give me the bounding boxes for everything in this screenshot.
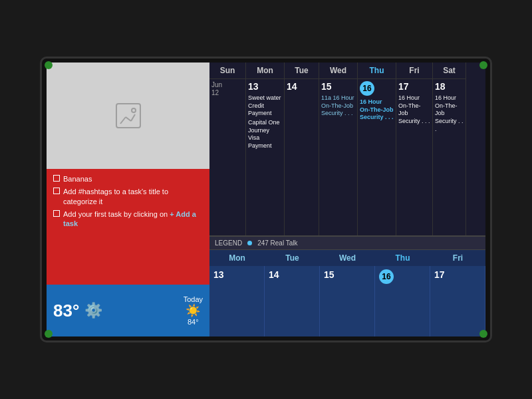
cal-event-fri: 16 Hour On-The-Job Security . . . [398, 94, 430, 126]
cal-cell-sat[interactable]: 18 16 Hour On-The-Job Security . . . [433, 78, 466, 235]
cal-cell-mon[interactable]: 13 Sweet water Credit Payment Capital On… [246, 78, 285, 235]
cal-header-tue: Tue [285, 63, 319, 78]
todo-checkbox-2[interactable] [53, 188, 60, 194]
image-placeholder [47, 63, 209, 169]
cal-cell-fri[interactable]: 17 16 Hour On-The-Job Security . . . [396, 78, 433, 235]
weather-right: Today ☀️ 84° [184, 295, 203, 326]
cal-cell-wed[interactable]: 15 11a 16 Hour On-The-Job Security . . . [319, 78, 358, 235]
sun-icon-small: ☀️ [186, 303, 200, 318]
todo-item-2[interactable]: Add #hashtags to a task's title to categ… [53, 187, 203, 206]
todo-text-2: Add #hashtags to a task's title to categ… [63, 187, 203, 206]
weather-section: 83° ⚙️ Today ☀️ 84° [47, 285, 209, 336]
left-panel: Bananas Add #hashtags to a task's title … [47, 63, 209, 336]
mini-date-wed: 15 [324, 269, 334, 280]
cal-header-wed: Wed [319, 63, 358, 78]
cal-body-row: Jun12 13 Sweet water Credit Payment Capi… [209, 78, 485, 235]
todo-item-1[interactable]: Bananas [53, 174, 203, 184]
cal-header-mon: Mon [246, 63, 285, 78]
svg-point-4 [132, 108, 136, 112]
cal-date-wed: 15 [321, 81, 355, 92]
todo-checkbox-1[interactable] [53, 175, 60, 182]
mini-body-row: 13 14 15 16 17 [209, 266, 485, 336]
calendar-full: Sun Mon Tue Wed Thu Fri Sat Jun12 13 [209, 63, 485, 236]
right-panel: Sun Mon Tue Wed Thu Fri Sat Jun12 13 [209, 63, 485, 336]
svg-line-2 [126, 117, 131, 121]
mini-header-tue: Tue [265, 250, 320, 266]
add-task-label[interactable]: + Add a task [63, 210, 196, 227]
cal-header-thu: Thu [358, 63, 396, 78]
cal-cell-sun[interactable]: Jun12 [209, 78, 246, 235]
todo-section: Bananas Add #hashtags to a task's title … [47, 169, 209, 285]
cal-week-label: Jun12 [211, 81, 243, 97]
screw-tl [45, 61, 53, 69]
cal-date-sat: 18 [435, 81, 464, 92]
weather-temp-small: 84° [188, 318, 199, 326]
mini-cell-wed[interactable]: 15 [320, 266, 375, 336]
cal-date-thu: 16 [360, 81, 374, 96]
cal-header-fri: Fri [396, 63, 433, 78]
mini-date-mon: 13 [213, 269, 224, 280]
legend-label: LEGEND [215, 239, 242, 247]
cal-header-sat: Sat [433, 63, 466, 78]
screw-bl [45, 330, 53, 338]
weather-today-label: Today [184, 295, 203, 303]
cal-event-sat: 16 Hour On-The-Job Security . . . [435, 94, 464, 133]
mini-header-wed: Wed [320, 250, 375, 266]
todo-item-3[interactable]: Add your first task by clicking on + Add… [53, 209, 203, 229]
mini-cell-tue[interactable]: 14 [265, 266, 320, 336]
cal-event-mon: Sweet water Credit Payment [248, 94, 282, 118]
cal-event-wed: 11a 16 Hour On-The-Job Security . . . [321, 94, 355, 118]
mini-header-thu: Thu [375, 250, 430, 266]
mini-cell-thu[interactable]: 16 [375, 266, 430, 336]
cal-event-thu: 16 Hour On-The-Job Security . . . [360, 98, 394, 122]
mini-header-mon: Mon [209, 250, 265, 266]
weather-temp: 83° [53, 301, 79, 321]
todo-checkbox-3[interactable] [53, 210, 60, 217]
cal-header-sun: Sun [209, 63, 246, 78]
svg-rect-0 [116, 104, 140, 128]
mini-header-fri: Fri [430, 250, 485, 266]
cal-date-mon: 13 [248, 81, 282, 92]
mini-cell-fri[interactable]: 17 [430, 266, 485, 336]
mini-cell-mon[interactable]: 13 [209, 266, 265, 336]
mini-date-tue: 14 [269, 269, 279, 280]
screw-br [479, 330, 487, 338]
todo-text-1: Bananas [63, 174, 92, 184]
legend-bar: LEGEND 247 Real Talk [209, 236, 485, 250]
mini-date-fri: 17 [434, 269, 445, 280]
legend-dot [247, 241, 252, 245]
todo-text-3: Add your first task by clicking on + Add… [63, 209, 203, 229]
cal-date-tue: 14 [287, 81, 317, 92]
cal-cell-tue[interactable]: 14 [285, 78, 319, 235]
cal-header-row: Sun Mon Tue Wed Thu Fri Sat [209, 63, 485, 78]
sun-icon: ⚙️ [84, 302, 102, 319]
mini-date-thu: 16 [379, 269, 394, 284]
cal-cell-thu[interactable]: 16 16 Hour On-The-Job Security . . . [358, 78, 396, 235]
cal-date-fri: 17 [398, 81, 430, 92]
legend-item: 247 Real Talk [257, 239, 297, 247]
device-frame: Bananas Add #hashtags to a task's title … [40, 57, 492, 342]
mini-header-row: Mon Tue Wed Thu Fri [209, 250, 485, 266]
svg-line-3 [131, 114, 135, 121]
screen: Bananas Add #hashtags to a task's title … [47, 63, 485, 336]
screw-tr [479, 61, 487, 69]
svg-line-1 [120, 117, 126, 124]
calendar-mini: Mon Tue Wed Thu Fri 13 14 15 [209, 250, 485, 336]
cal-event-mon2: Capital One Journey Visa Payment [248, 119, 282, 150]
